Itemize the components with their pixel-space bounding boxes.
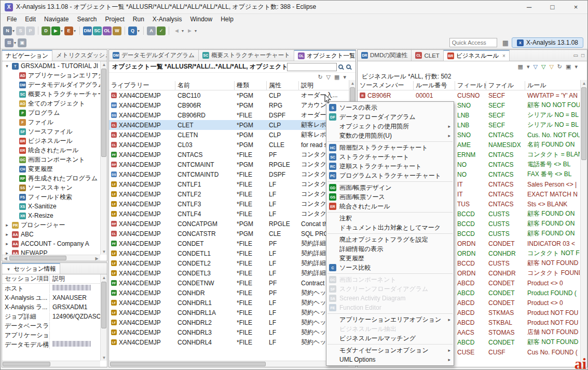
rules-tab-dmd-relations[interactable]: DRDMDの関連性 <box>358 50 412 61</box>
forward-dropdown-icon[interactable]: ▾ <box>195 29 197 33</box>
session-row[interactable]: ホスト <box>2 284 107 293</box>
context-menu-item-screen-report-design[interactable]: GD画面/帳票デザイン <box>326 183 454 192</box>
scroll-up-icon[interactable]: ▲ <box>349 80 356 86</box>
object-column-header-1[interactable]: 名前 <box>175 81 235 90</box>
mark-occurrences-icon[interactable]: ✓ <box>157 27 166 35</box>
context-menu-item-source-compare[interactable]: Cソース比較 <box>326 263 454 272</box>
object-row-cntcmaintd[interactable]: DSXAN4CDEMJPCNTCMAINTD*FILEDSPFコンタクトメ... <box>109 169 348 179</box>
column-header-session-item[interactable]: セッション項目 <box>2 274 50 283</box>
tree-item-x-resize[interactable]: XRX-Resize <box>2 211 100 220</box>
quick-access-input[interactable] <box>449 38 497 47</box>
view-menu-icon[interactable]: ▾ <box>343 74 346 81</box>
run-dropdown-icon[interactable]: ▾ <box>61 29 63 33</box>
columns-icon[interactable]: ▦ <box>334 74 339 81</box>
external-tools-dropdown-icon[interactable]: ▾ <box>74 29 76 33</box>
context-menu-item-program-structure-chart[interactable]: PCプログラムストラクチャーチャート <box>326 171 454 180</box>
rules-tab-business-rules[interactable]: BRビジネスルール× <box>444 50 510 61</box>
scroll-down-icon[interactable]: ▼ <box>101 248 107 255</box>
context-menu-item-application-area-options[interactable]: アプリケーションエリアオプション▸ <box>326 315 454 324</box>
tree-item-newapp[interactable]: ▸AANEWAPP <box>2 248 100 255</box>
context-menu-item-set-obsolete-flag[interactable]: 廃止オブジェクトフラグを設定 <box>326 235 454 244</box>
menubar-item-help[interactable]: Help <box>216 15 238 24</box>
rule-row-1[interactable]: RCB906R00001CUSNOSECFWWTATP = 'Y' AN <box>358 90 580 100</box>
workspace-icon[interactable]: ▣ <box>18 38 26 47</box>
editor-tab-data-model-diagram[interactable]: DMデータモデルダイアグラム <box>109 50 199 61</box>
object-row-cntacs[interactable]: PFXAN4CDEMJPCNTACS*FILEPFコンタクト <box>109 150 348 160</box>
scrollbar-thumb[interactable] <box>3 362 50 366</box>
tree-item-files[interactable]: Fファイル <box>2 117 100 127</box>
object-row-condetl2[interactable]: LFXAN4CDEMJPCONDETL2*FILELF契約詳細 <box>109 258 348 268</box>
object-column-header-3[interactable]: 属性 <box>267 81 299 90</box>
object-row-cb906r[interactable]: RPXAN4CDEMJPCB906R*PGMRPGアカウント... <box>109 100 348 110</box>
print-icon[interactable]: P <box>26 27 35 35</box>
session-row[interactable]: X-Analysis ラ...GRSXADM1 <box>2 302 107 312</box>
expand-icon[interactable]: ▸ <box>4 241 10 246</box>
scrollbar-thumb[interactable] <box>581 87 586 160</box>
scroll-left-icon[interactable]: ◀ <box>2 255 9 261</box>
session-row[interactable]: データモデル構... <box>2 340 107 349</box>
context-menu-item-mark-for-document-output[interactable]: ドキュメント出力対象としてマーク <box>326 223 454 232</box>
tree-item-grsxadm1[interactable]: ▾TGRSXADM1 - TUTORIAL JI <box>2 61 100 71</box>
where-used-icon[interactable]: W <box>113 27 121 35</box>
scroll-up-icon[interactable]: ▲ <box>101 274 107 281</box>
tree-item-change-history[interactable]: CH変更履歴 <box>2 164 100 174</box>
new-wizard-icon[interactable]: N <box>3 27 12 35</box>
tree-item-application-area-diagram[interactable]: ADアプリケーションエリアダイア <box>2 71 100 80</box>
object-row-condet[interactable]: PFXAN4CDEMJPCONDET*FILEPF契約詳細 <box>109 239 348 248</box>
object-row-cbc110[interactable]: CLXAN4CDEMJPCBC110*PGMCLPオーダー入... <box>109 90 348 100</box>
menubar-item-run[interactable]: Run <box>129 15 148 24</box>
context-menu-item-structure-chart[interactable]: SCストラクチャーチャート <box>326 152 454 162</box>
context-menu-item-uml-options[interactable]: UML Options▸ <box>326 355 454 364</box>
context-menu-item-modernization-options[interactable]: モダナイゼーションオプション▸ <box>326 346 454 355</box>
rules-tab-clet[interactable]: CLCLET <box>412 50 443 61</box>
filter-icon[interactable]: ▽ <box>326 74 331 81</box>
collapse-icon[interactable]: ▾ <box>4 63 10 69</box>
object-row-conhdrl2[interactable]: LFXAN4CDEMJPCONHDRL2*FILELF契約ヘッダ... <box>109 318 348 327</box>
context-menu-item-change-history[interactable]: 変更履歴 <box>326 254 454 263</box>
refresh-icon[interactable]: ↻ <box>557 63 562 70</box>
tab-close-icon[interactable]: × <box>502 53 505 59</box>
open-perspective-icon[interactable]: ⊞ <box>5 38 13 47</box>
object-column-header-0[interactable]: ライブラリー <box>109 81 175 90</box>
rules-column-header-4[interactable]: ルール <box>525 81 587 90</box>
object-row-cl03[interactable]: CLXAN4CDEMJPCL03*PGMCLLEfor read s... <box>109 140 348 150</box>
rules-column-header-3[interactable]: ファイル <box>486 81 525 90</box>
menubar-item-search[interactable]: Search <box>73 15 101 24</box>
context-menu-item-reverse-structure-chart[interactable]: RC逆順ストラクチャーチャート <box>326 162 454 171</box>
scrollbar-thumb[interactable] <box>9 256 66 260</box>
search-input[interactable] <box>287 63 337 71</box>
object-row-condetl1[interactable]: LFXAN4CDEMJPCONDETL1*FILELF契約詳細 <box>109 248 348 258</box>
object-row-condetl3[interactable]: LFXAN4CDEMJPCONDETL3*FILELF契約詳細 <box>109 268 348 278</box>
minimize-window-icon[interactable]: ─ <box>517 1 541 14</box>
context-menu-item-annotation[interactable]: 注釈 <box>326 214 454 223</box>
object-row-concatpgm[interactable]: RPXAN4CDEMJPCONCATPGM*PGMRPGLEConcat th.… <box>109 219 348 229</box>
vertical-scrollbar[interactable]: ▲ ▼ <box>100 61 107 255</box>
menubar-item-project[interactable]: Project <box>101 15 128 24</box>
context-menu-item-variable-usage[interactable]: 変数の使用箇所(U)▸ <box>326 131 454 140</box>
tree-item-procedure[interactable]: ▸PRプロシージャー <box>2 220 100 230</box>
data-model-diagram-icon[interactable]: DM <box>83 27 92 35</box>
session-row[interactable]: X-Analysis ユ...XANAUSER <box>2 293 107 302</box>
tree-item-abc[interactable]: ▸AAABC <box>2 230 100 239</box>
horizontal-scrollbar[interactable] <box>2 361 100 367</box>
object-row-condetnw[interactable]: PFXAN4CDEMJPCONDETNW*FILEPFContract I... <box>109 278 348 288</box>
menubar-item-window[interactable]: Window <box>186 15 217 24</box>
navigator-tab-metrics-dashboard[interactable]: メトリクスダッシュボード <box>52 50 107 61</box>
external-tools-icon[interactable]: E <box>64 27 73 35</box>
columns-icon[interactable]: ▣ <box>566 63 571 70</box>
expand-icon[interactable]: ▸ <box>4 232 10 237</box>
vertical-scrollbar[interactable]: ▲ ▼ <box>580 80 587 366</box>
tree-item-programs[interactable]: Pプログラム <box>2 108 100 117</box>
object-row-cntcmaint[interactable]: RPXAN4CDEMJPCNTCMAINT*PGMRPGLEコンタクトメ... <box>109 160 348 169</box>
structure-chart-icon[interactable]: SC <box>93 27 102 35</box>
tree-item-x-sanitize[interactable]: XSX-Sanitize <box>2 202 100 211</box>
context-menu-item-data-flow-diagram[interactable]: DFデータフローダイアグラム <box>326 112 454 122</box>
horizontal-scrollbar[interactable] <box>109 361 348 367</box>
object-list-icon[interactable]: OL <box>103 27 112 35</box>
session-row[interactable]: アプリケーション... <box>2 331 107 340</box>
context-menu-item-view-source[interactable]: Sソースの表示 <box>326 103 454 112</box>
vertical-scrollbar[interactable]: ▲ ▼ <box>100 274 107 361</box>
maximize-view-icon[interactable]: □ <box>581 52 584 58</box>
back-icon[interactable]: ◀ <box>172 27 181 35</box>
column-header-description[interactable]: 説明 <box>50 274 107 283</box>
